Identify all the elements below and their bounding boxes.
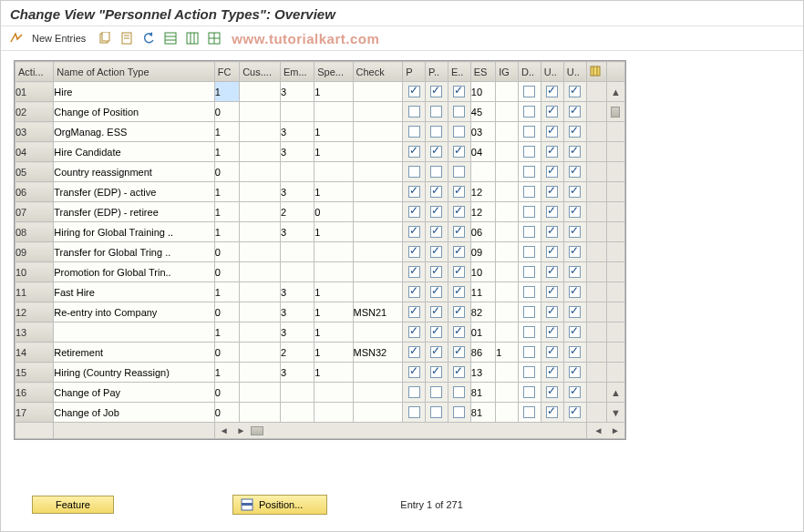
checkbox[interactable] (546, 86, 558, 97)
row-u2[interactable] (563, 403, 586, 423)
row-ig[interactable] (496, 222, 519, 242)
row-em[interactable]: 3 (280, 182, 314, 202)
row-name[interactable]: Country reassignment (54, 162, 215, 182)
row-spe[interactable]: 0 (314, 202, 353, 222)
row-p1[interactable] (403, 142, 426, 162)
row-action[interactable]: 13 (15, 322, 54, 343)
table-row[interactable]: 17Change of Job081▼ (15, 403, 625, 423)
row-ig[interactable] (496, 102, 519, 122)
checkbox[interactable] (569, 326, 581, 338)
checkbox[interactable] (408, 326, 420, 338)
row-cus[interactable] (240, 363, 281, 383)
row-d[interactable] (518, 343, 541, 363)
checkbox[interactable] (569, 406, 581, 418)
row-ig[interactable] (496, 182, 519, 202)
row-p2[interactable] (426, 282, 448, 302)
grid2-icon[interactable] (184, 30, 201, 46)
row-e[interactable] (448, 282, 470, 302)
row-fc[interactable]: 0 (214, 383, 239, 403)
checkbox[interactable] (569, 186, 581, 198)
row-fc[interactable]: 1 (214, 282, 239, 302)
row-es[interactable]: 10 (470, 262, 495, 282)
row-d[interactable] (518, 242, 541, 262)
checkbox[interactable] (408, 146, 420, 158)
row-u1[interactable] (541, 102, 563, 122)
row-action[interactable]: 02 (15, 102, 54, 122)
table-row[interactable]: 05Country reassignment0 (15, 162, 625, 182)
checkbox[interactable] (430, 246, 442, 258)
checkbox[interactable] (569, 206, 581, 218)
checkbox[interactable] (408, 106, 420, 118)
row-action[interactable]: 11 (15, 282, 54, 302)
row-p1[interactable] (403, 82, 426, 102)
row-action[interactable]: 01 (15, 82, 54, 102)
row-u2[interactable] (563, 122, 586, 142)
checkbox[interactable] (546, 226, 558, 238)
config-columns-icon[interactable] (586, 62, 606, 82)
row-spe[interactable] (314, 383, 353, 403)
checkbox[interactable] (453, 186, 465, 198)
row-name[interactable]: Fast Hire (54, 282, 215, 302)
row-name[interactable]: Hiring for Global Training .. (54, 222, 215, 242)
row-fc[interactable]: 1 (214, 82, 239, 102)
row-action[interactable]: 15 (15, 363, 54, 383)
row-fc[interactable]: 1 (214, 222, 239, 242)
row-cus[interactable] (240, 142, 281, 162)
checkbox[interactable] (408, 206, 420, 218)
row-d[interactable] (518, 302, 541, 322)
row-check[interactable] (353, 162, 403, 182)
checkbox[interactable] (546, 346, 558, 358)
row-p2[interactable] (426, 122, 448, 142)
row-u2[interactable] (563, 102, 586, 122)
row-name[interactable]: Hiring (Country Reassign) (54, 363, 215, 383)
checkbox[interactable] (408, 186, 420, 198)
row-e[interactable] (448, 122, 470, 142)
row-spe[interactable] (314, 242, 353, 262)
checkbox[interactable] (523, 306, 535, 318)
checkbox[interactable] (523, 166, 535, 178)
row-name[interactable]: Hire (54, 82, 215, 102)
checkbox[interactable] (523, 346, 535, 358)
row-check[interactable] (353, 222, 403, 242)
row-es[interactable]: 86 (470, 343, 495, 363)
row-cus[interactable] (240, 202, 281, 222)
row-p1[interactable] (403, 322, 426, 343)
row-spe[interactable]: 1 (314, 82, 353, 102)
row-em[interactable]: 2 (280, 343, 314, 363)
col-fc[interactable]: FC (214, 62, 239, 82)
row-em[interactable] (280, 262, 314, 282)
row-p1[interactable] (403, 242, 426, 262)
col-action[interactable]: Acti... (15, 62, 54, 82)
row-u2[interactable] (563, 383, 586, 403)
checkbox[interactable] (523, 406, 535, 418)
row-fc[interactable]: 1 (214, 363, 239, 383)
row-u1[interactable] (541, 302, 563, 322)
row-d[interactable] (518, 363, 541, 383)
checkbox[interactable] (569, 146, 581, 158)
row-d[interactable] (518, 322, 541, 343)
checkbox[interactable] (453, 206, 465, 218)
row-es[interactable]: 10 (470, 82, 495, 102)
row-d[interactable] (518, 262, 541, 282)
table-row[interactable]: 12Re-entry into Company031MSN2182 (15, 302, 625, 322)
row-e[interactable] (448, 383, 470, 403)
row-em[interactable] (280, 383, 314, 403)
row-u1[interactable] (541, 82, 563, 102)
row-name[interactable]: Transfer (EDP) - retiree (54, 202, 215, 222)
row-fc[interactable]: 0 (214, 403, 239, 423)
row-cus[interactable] (240, 122, 281, 142)
row-fc[interactable]: 1 (214, 322, 239, 343)
table-row[interactable]: 14Retirement021MSN32861 (15, 343, 625, 363)
checkbox[interactable] (546, 146, 558, 158)
row-ig[interactable] (496, 363, 519, 383)
checkbox[interactable] (453, 266, 465, 278)
row-es[interactable]: 11 (470, 282, 495, 302)
checkbox[interactable] (430, 146, 442, 158)
grid3-icon[interactable] (206, 30, 222, 46)
checkbox[interactable] (569, 386, 581, 398)
checkbox[interactable] (453, 106, 465, 118)
row-es[interactable]: 01 (470, 322, 495, 343)
table-row[interactable]: 08Hiring for Global Training ..13106 (15, 222, 625, 242)
row-es[interactable]: 45 (470, 102, 495, 122)
position-button[interactable]: Position... (232, 495, 327, 515)
